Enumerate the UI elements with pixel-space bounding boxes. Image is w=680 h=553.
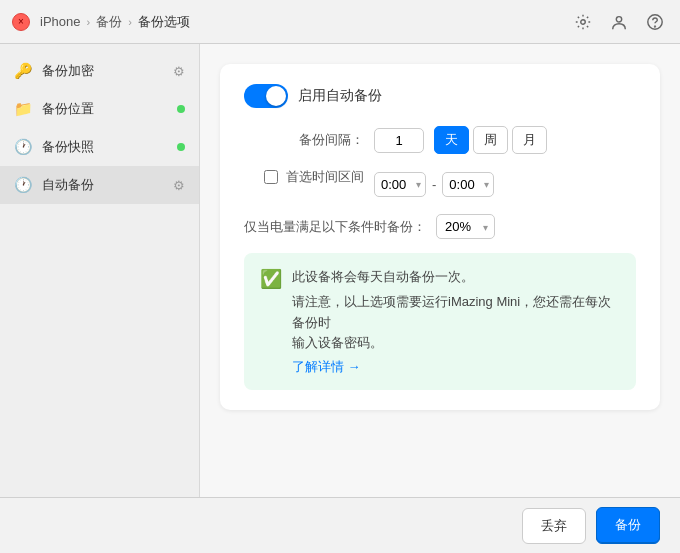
breadcrumb: iPhone › 备份 › 备份选项 (40, 13, 190, 31)
backup-button[interactable]: 备份 (596, 507, 660, 543)
user-icon-button[interactable] (606, 9, 632, 35)
time-input-group: 0:00 - 0:00 (374, 172, 494, 197)
svg-point-1 (616, 16, 621, 21)
breadcrumb-options: 备份选项 (138, 13, 190, 31)
sidebar-label-backup-snapshot: 备份快照 (42, 138, 167, 156)
sidebar-badge-auto-backup: ⚙ (173, 178, 185, 193)
sidebar-label-backup-encryption: 备份加密 (42, 62, 163, 80)
battery-label: 仅当电量满足以下条件时备份： (244, 218, 426, 236)
preferred-time-checkbox[interactable] (264, 170, 278, 184)
bottom-bar: 丢弃 保存 (0, 497, 680, 553)
sidebar-badge-location (177, 105, 185, 113)
close-button[interactable]: × (12, 13, 30, 31)
sidebar-badge-encryption: ⚙ (173, 64, 185, 79)
interval-input[interactable] (374, 128, 424, 153)
settings-icon-button[interactable] (570, 9, 596, 35)
gear-icon (574, 13, 592, 31)
interval-day-button[interactable]: 天 (434, 126, 469, 154)
auto-backup-toggle[interactable] (244, 84, 288, 108)
cancel-button[interactable]: 丢弃 (522, 508, 586, 544)
breadcrumb-device: iPhone (40, 14, 80, 29)
folder-icon: 📁 (14, 100, 32, 118)
right-panel: 启用自动备份 备份间隔： 天 周 月 首选时间区间 (200, 44, 680, 497)
interval-row: 备份间隔： 天 周 月 (244, 126, 636, 154)
interval-week-button[interactable]: 周 (473, 126, 508, 154)
sidebar-item-backup-location[interactable]: 📁 备份位置 (0, 90, 199, 128)
info-body: 请注意，以上选项需要运行iMazing Mini，您还需在每次备份时输入设备密码… (292, 292, 620, 354)
sidebar-label-auto-backup: 自动备份 (42, 176, 163, 194)
time-to-select[interactable]: 0:00 (442, 172, 494, 197)
interval-buttons: 天 周 月 (434, 126, 547, 154)
breadcrumb-sep-2: › (128, 16, 132, 28)
time-from-select[interactable]: 0:00 (374, 172, 426, 197)
check-circle-icon: ✅ (260, 268, 282, 376)
backup-float-area: 备份 (596, 507, 660, 543)
info-box: ✅ 此设备将会每天自动备份一次。 请注意，以上选项需要运行iMazing Min… (244, 253, 636, 390)
battery-select-wrap: 20% 30% 40% 50% (436, 214, 495, 239)
battery-row: 仅当电量满足以下条件时备份： 20% 30% 40% 50% (244, 214, 636, 239)
clock-icon: 🕐 (14, 138, 32, 156)
main-content: 🔑 备份加密 ⚙ 📁 备份位置 🕐 备份快照 🕐 自动备份 ⚙ 启用自动备份 (0, 44, 680, 497)
interval-month-button[interactable]: 月 (512, 126, 547, 154)
auto-clock-icon: 🕐 (14, 176, 32, 194)
help-icon (646, 13, 664, 31)
sidebar-item-backup-snapshot[interactable]: 🕐 备份快照 (0, 128, 199, 166)
settings-card: 启用自动备份 备份间隔： 天 周 月 首选时间区间 (220, 64, 660, 410)
time-dash: - (432, 177, 436, 192)
sidebar-item-auto-backup[interactable]: 🕐 自动备份 ⚙ (0, 166, 199, 204)
breadcrumb-sep-1: › (86, 16, 90, 28)
svg-point-3 (655, 26, 656, 27)
info-learn-more-link[interactable]: 了解详情 → (292, 358, 361, 376)
sidebar-item-backup-encryption[interactable]: 🔑 备份加密 ⚙ (0, 52, 199, 90)
toggle-label: 启用自动备份 (298, 87, 382, 105)
breadcrumb-backup: 备份 (96, 13, 122, 31)
sidebar-label-backup-location: 备份位置 (42, 100, 167, 118)
title-bar-actions (570, 9, 668, 35)
battery-select[interactable]: 20% 30% 40% 50% (436, 214, 495, 239)
sidebar-badge-snapshot (177, 143, 185, 151)
title-bar: × iPhone › 备份 › 备份选项 (0, 0, 680, 44)
preferred-time-row: 首选时间区间 0:00 - 0:00 (244, 168, 636, 200)
info-title: 此设备将会每天自动备份一次。 (292, 267, 620, 288)
time-from-wrap: 0:00 (374, 172, 426, 197)
user-icon (610, 13, 628, 31)
key-icon: 🔑 (14, 62, 32, 80)
interval-label: 备份间隔： (244, 131, 364, 149)
svg-point-0 (581, 19, 586, 24)
time-to-wrap: 0:00 (442, 172, 494, 197)
info-content: 此设备将会每天自动备份一次。 请注意，以上选项需要运行iMazing Mini，… (292, 267, 620, 376)
sidebar: 🔑 备份加密 ⚙ 📁 备份位置 🕐 备份快照 🕐 自动备份 ⚙ (0, 44, 200, 497)
toggle-row: 启用自动备份 (244, 84, 636, 108)
preferred-time-label: 首选时间区间 (286, 168, 364, 186)
help-icon-button[interactable] (642, 9, 668, 35)
